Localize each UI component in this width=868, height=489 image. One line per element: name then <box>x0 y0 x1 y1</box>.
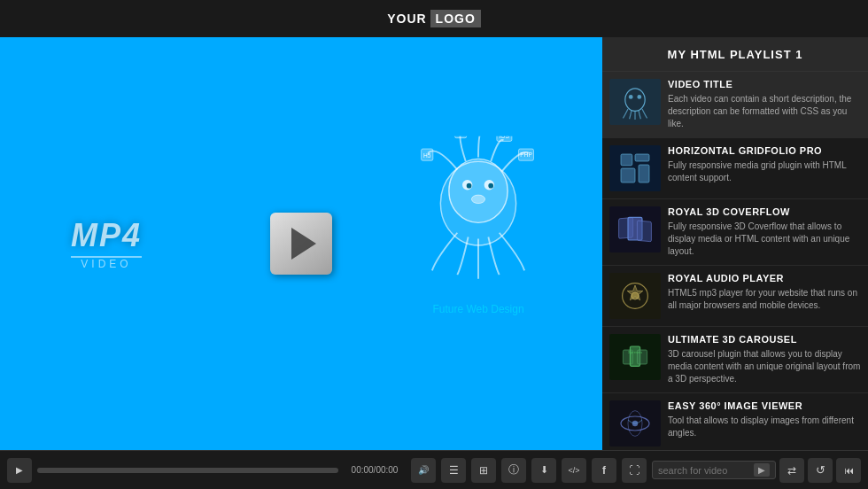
svg-rect-21 <box>639 165 649 182</box>
playlist-item[interactable]: ROYAL 3D COVERFLOWFully responsive 3D Co… <box>602 199 868 266</box>
playlist-item[interactable]: EASY 360° IMAGE VIEWERTool that allows t… <box>602 393 868 450</box>
search-area[interactable]: ▶ <box>652 461 776 479</box>
svg-point-17 <box>637 95 641 99</box>
playlist-thumb-3 <box>609 206 661 252</box>
controls-bar: 00:00/00:00 ▶ <box>0 450 868 489</box>
svg-text:3 presets: 3 presets <box>628 350 642 354</box>
playlist-thumb-1 <box>609 79 661 125</box>
playlist-title: MY HTML PLAYLIST 1 <box>668 48 803 61</box>
svg-rect-19 <box>635 154 649 161</box>
playlist-thumb-4 <box>609 273 661 319</box>
playlist-info-6: EASY 360° IMAGE VIEWERTool that allows t… <box>668 400 861 439</box>
fullscreen-button[interactable] <box>622 458 647 483</box>
mp4-text: MP4 <box>71 217 142 258</box>
download-button[interactable] <box>531 458 556 483</box>
playlist-thumb-2 <box>609 145 661 191</box>
code-button[interactable] <box>562 458 586 483</box>
shuffle-button[interactable] <box>779 458 804 483</box>
svg-rect-20 <box>621 168 635 182</box>
svg-point-1 <box>449 159 508 222</box>
playlist-item-title: ULTIMATE 3D CAROUSEL <box>668 334 861 345</box>
svg-text:iOS: iOS <box>500 136 510 139</box>
progress-bar[interactable] <box>37 468 338 473</box>
search-submit-button[interactable]: ▶ <box>754 463 770 477</box>
repeat-button[interactable] <box>808 458 833 483</box>
playlist-item[interactable]: HORIZONTAL GRIDFOLIO PROFully responsive… <box>602 138 868 199</box>
playlist-item[interactable]: 3 presetsULTIMATE 3D CAROUSEL3D carousel… <box>602 327 868 393</box>
playlist-item-title: EASY 360° IMAGE VIEWER <box>668 400 861 411</box>
prev-button[interactable] <box>836 458 861 483</box>
top-bar: YOUR LOGO <box>0 0 868 37</box>
playlist-item-desc: Fully responsive 3D Coverflow that allow… <box>668 221 861 258</box>
time-display: 00:00/00:00 <box>344 465 406 475</box>
svg-rect-9 <box>454 136 466 138</box>
playlist-info-5: ULTIMATE 3D CAROUSEL3D carousel plugin t… <box>668 334 861 385</box>
right-controls: ▶ <box>652 458 861 483</box>
logo-box-text: LOGO <box>430 10 481 27</box>
playlist-item[interactable]: VIDEO TITLEEach video can contain a shor… <box>602 72 868 138</box>
playlist-info-3: ROYAL 3D COVERFLOWFully responsive 3D Co… <box>668 206 861 258</box>
video-subtext: VIDEO <box>71 258 142 270</box>
playlist-item-title: ROYAL AUDIO PLAYER <box>668 273 861 283</box>
playlist-item-desc: Each video can contain a short descripti… <box>668 93 861 130</box>
playlist-item-desc: 3D carousel plugin that allows you to di… <box>668 348 861 385</box>
svg-text:H5: H5 <box>423 152 431 159</box>
info-button[interactable] <box>501 458 526 483</box>
svg-point-15 <box>625 89 645 112</box>
playlist-item-desc: HTML5 mp3 player for your website that r… <box>668 287 861 312</box>
mascot-area: H5 CSS iOS PHP Future Web Design <box>407 136 549 315</box>
play-button[interactable] <box>7 458 32 483</box>
playlist-item-title: VIDEO TITLE <box>668 79 861 89</box>
facebook-button[interactable] <box>592 458 616 483</box>
mp4-logo: MP4 VIDEO <box>71 217 142 270</box>
svg-point-6 <box>471 195 484 203</box>
playlist-thumb-5: 3 presets <box>609 334 661 380</box>
playlist-info-2: HORIZONTAL GRIDFOLIO PROFully responsive… <box>668 145 861 184</box>
playlist-header: MY HTML PLAYLIST 1 <box>602 37 868 72</box>
playlist-item-title: HORIZONTAL GRIDFOLIO PRO <box>668 145 861 156</box>
playlist-sidebar: MY HTML PLAYLIST 1 VIDEO TITLEEach video… <box>602 37 868 450</box>
main-content: MP4 VIDEO <box>0 37 868 450</box>
logo-area: YOUR LOGO <box>387 10 481 27</box>
media-button[interactable] <box>471 458 496 483</box>
mascot-svg: H5 CSS iOS PHP <box>407 136 549 296</box>
svg-rect-18 <box>621 154 632 166</box>
playlist-item-desc: Tool that allows to display images from … <box>668 415 861 439</box>
playlist-item-title: ROYAL 3D COVERFLOW <box>668 206 861 217</box>
playlist-info-4: ROYAL AUDIO PLAYERHTML5 mp3 player for y… <box>668 273 861 312</box>
video-play-button[interactable] <box>270 213 332 275</box>
mascot-label: Future Web Design <box>407 303 549 315</box>
playlist-thumb-6 <box>609 400 661 446</box>
svg-rect-24 <box>637 221 651 242</box>
playlist-item-desc: Fully responsive media grid plugin with … <box>668 159 861 184</box>
logo-your-text: YOUR <box>387 12 426 26</box>
svg-point-16 <box>629 95 633 99</box>
video-area: MP4 VIDEO <box>0 37 602 450</box>
volume-button[interactable] <box>411 458 436 483</box>
search-input[interactable] <box>658 465 750 476</box>
svg-point-4 <box>467 183 472 189</box>
playlist-info-1: VIDEO TITLEEach video can contain a shor… <box>668 79 861 130</box>
list-button[interactable] <box>441 458 466 483</box>
playlist-item[interactable]: ROYAL AUDIO PLAYERHTML5 mp3 player for y… <box>602 266 868 327</box>
svg-point-5 <box>488 183 493 189</box>
playlist-items[interactable]: VIDEO TITLEEach video can contain a shor… <box>602 72 868 450</box>
svg-text:PHP: PHP <box>520 151 532 158</box>
